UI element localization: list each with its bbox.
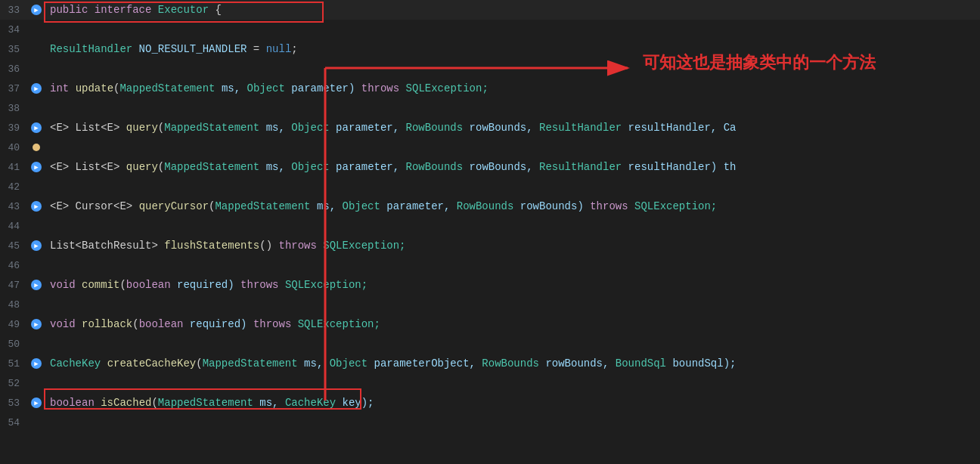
code-line: 41▶ <E> List<E> query(MappedStatement ms…	[0, 157, 980, 177]
breakpoint-icon: ▶	[31, 280, 42, 290]
line-number: 49	[0, 319, 29, 330]
line-number: 45	[0, 240, 29, 252]
line-number: 37	[0, 83, 29, 94]
line-gutter: ▶	[29, 122, 44, 133]
line-number: 41	[0, 162, 29, 173]
code-content: List<BatchResult> flushStatements() thro…	[44, 240, 980, 252]
line-number: 50	[0, 339, 29, 350]
code-line: 38	[0, 98, 980, 118]
breakpoint-icon: ▶	[31, 319, 42, 329]
line-gutter: ▶	[29, 5, 44, 15]
code-content: void commit(boolean required) throws SQL…	[44, 279, 980, 291]
code-line: 50	[0, 334, 980, 354]
code-line: 49▶ void rollback(boolean required) thro…	[0, 314, 980, 334]
line-number: 34	[0, 24, 29, 36]
line-gutter: ▶	[29, 319, 44, 329]
line-gutter: ▶	[29, 201, 44, 212]
line-number: 48	[0, 299, 29, 311]
line-gutter	[29, 144, 44, 151]
code-content: boolean isCached(MappedStatement ms, Cac…	[44, 397, 980, 409]
code-content: CacheKey createCacheKey(MappedStatement …	[44, 357, 980, 370]
code-editor: 33▶public interface Executor {3435 Resul…	[0, 0, 980, 464]
code-line: 42	[0, 177, 980, 196]
line-number: 51	[0, 358, 29, 370]
line-number: 38	[0, 103, 29, 114]
code-line: 43▶ <E> Cursor<E> queryCursor(MappedStat…	[0, 196, 980, 216]
line-number: 36	[0, 63, 29, 75]
code-content: int update(MappedStatement ms, Object pa…	[44, 82, 980, 94]
code-content: <E> List<E> query(MappedStatement ms, Ob…	[44, 161, 980, 173]
line-gutter: ▶	[29, 83, 44, 94]
code-line: 39▶ <E> List<E> query(MappedStatement ms…	[0, 118, 980, 138]
code-content: public interface Executor {	[44, 4, 980, 16]
line-number: 33	[0, 5, 29, 16]
line-number: 46	[0, 260, 29, 271]
line-number: 54	[0, 417, 29, 428]
line-number: 39	[0, 122, 29, 134]
line-number: 44	[0, 221, 29, 232]
code-line: 33▶public interface Executor {	[0, 0, 980, 20]
line-number: 47	[0, 280, 29, 291]
line-gutter: ▶	[29, 162, 44, 172]
line-number: 40	[0, 142, 29, 153]
code-content: <E> Cursor<E> queryCursor(MappedStatemen…	[44, 200, 980, 212]
line-number: 53	[0, 397, 29, 409]
annotation-label: 可知这也是抽象类中的一个方法	[643, 51, 876, 74]
code-content: <E> List<E> query(MappedStatement ms, Ob…	[44, 122, 980, 134]
line-gutter: ▶	[29, 280, 44, 290]
code-line: 47▶ void commit(boolean required) throws…	[0, 275, 980, 295]
line-gutter: ▶	[29, 240, 44, 251]
line-number: 43	[0, 201, 29, 212]
line-number: 35	[0, 44, 29, 55]
code-line: 52	[0, 373, 980, 393]
line-number: 42	[0, 181, 29, 193]
breakpoint-icon: ▶	[31, 358, 42, 369]
breakpoint-icon: ▶	[31, 5, 42, 15]
code-line: 37▶ int update(MappedStatement ms, Objec…	[0, 79, 980, 98]
code-line: 46	[0, 255, 980, 275]
code-line: 34	[0, 20, 980, 39]
breakpoint-icon: ▶	[31, 201, 42, 212]
code-content: void rollback(boolean required) throws S…	[44, 318, 980, 330]
breakpoint-icon: ▶	[31, 83, 42, 94]
code-line: 45▶ List<BatchResult> flushStatements() …	[0, 236, 980, 255]
breakpoint-icon: ▶	[31, 240, 42, 251]
breakpoint-icon: ▶	[31, 397, 42, 408]
warning-dot-icon	[33, 144, 40, 151]
breakpoint-icon: ▶	[31, 162, 42, 172]
code-line: 54	[0, 413, 980, 432]
code-line: 40	[0, 138, 980, 157]
breakpoint-icon: ▶	[31, 122, 42, 133]
line-gutter: ▶	[29, 397, 44, 408]
code-line: 51▶ CacheKey createCacheKey(MappedStatem…	[0, 354, 980, 373]
code-line: 53▶ boolean isCached(MappedStatement ms,…	[0, 393, 980, 413]
line-number: 52	[0, 378, 29, 389]
code-line: 44	[0, 216, 980, 236]
code-line: 48	[0, 295, 980, 314]
line-gutter: ▶	[29, 358, 44, 369]
